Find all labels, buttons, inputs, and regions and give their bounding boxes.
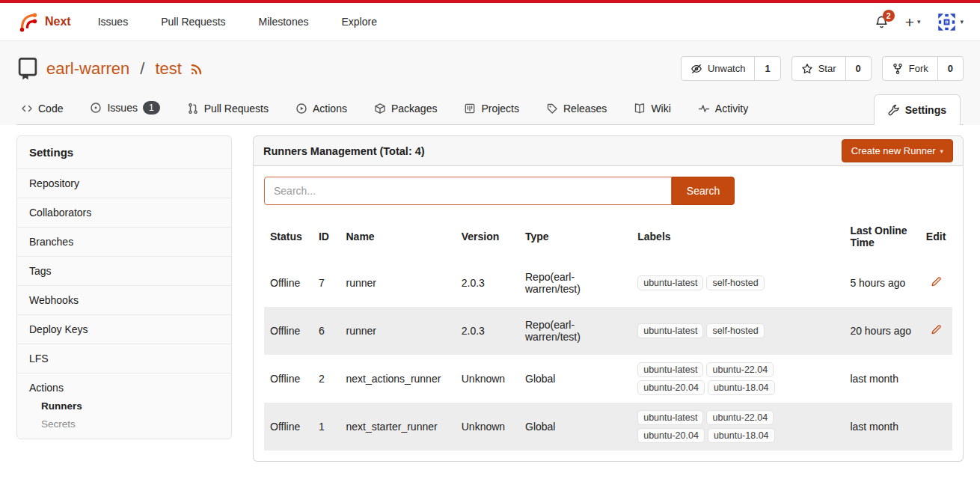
star-button-group: Star 0 [791, 56, 872, 81]
notifications-button[interactable]: 2 [875, 15, 889, 29]
edit-pencil-icon[interactable] [931, 324, 942, 335]
unwatch-button[interactable]: Unwatch [682, 57, 755, 80]
sidebar-item-runners[interactable]: Runners [29, 394, 219, 412]
notification-count-badge: 2 [883, 10, 895, 22]
label-chip: ubuntu-18.04 [708, 380, 775, 395]
sidebar-group-actions: Actions Runners Secrets [17, 373, 231, 439]
navbar: Next Issues Pull Requests Milestones Exp… [0, 3, 980, 41]
chevron-down-icon: ▾ [940, 147, 943, 155]
tab-pull-requests[interactable]: Pull Requests [186, 94, 270, 124]
tab-actions[interactable]: Actions [294, 94, 349, 124]
runners-panel: Runners Management (Total: 4) Create new… [253, 135, 964, 462]
search-input[interactable] [264, 177, 672, 205]
create-new-runner-button[interactable]: Create new Runner ▾ [842, 139, 953, 162]
package-icon [374, 103, 386, 115]
sidebar-item-deploy-keys[interactable]: Deploy Keys [17, 314, 231, 344]
tab-label: Pull Requests [204, 103, 269, 115]
eye-slash-icon [690, 63, 702, 75]
forks-count[interactable]: 0 [937, 57, 963, 80]
runner-id: 7 [313, 259, 340, 307]
sidebar-item-tags[interactable]: Tags [17, 256, 231, 285]
create-new-runner-label: Create new Runner [851, 145, 936, 156]
edit-pencil-icon[interactable] [931, 276, 942, 287]
tab-settings[interactable]: Settings [874, 94, 961, 125]
watch-button-group: Unwatch 1 [681, 56, 781, 81]
star-button[interactable]: Star [792, 57, 845, 80]
runner-status: Offline [264, 259, 313, 307]
nav-milestones[interactable]: Milestones [259, 16, 309, 28]
col-id: ID [313, 214, 340, 259]
nav-issues[interactable]: Issues [98, 16, 128, 28]
watchers-count[interactable]: 1 [754, 57, 780, 80]
runner-labels: ubuntu-latest self-hosted [637, 322, 791, 340]
sidebar-item-secrets[interactable]: Secrets [29, 412, 219, 430]
sidebar-item-actions[interactable]: Actions [29, 382, 219, 394]
table-row: Offline 6 runner 2.0.3 Repo(earl-warren/… [264, 307, 952, 355]
tab-releases[interactable]: Releases [545, 94, 608, 124]
col-labels: Labels [631, 214, 844, 259]
tab-wiki[interactable]: Wiki [632, 94, 672, 124]
label-chip: self-hosted [706, 323, 764, 338]
pulse-icon [698, 103, 710, 115]
nav-explore[interactable]: Explore [341, 16, 376, 28]
tab-label: Issues [107, 102, 137, 114]
fork-icon [892, 63, 904, 75]
sidebar-item-lfs[interactable]: LFS [17, 344, 231, 373]
table-row: Offline 2 next_actions_runner Unknown Gl… [264, 355, 952, 403]
col-type: Type [519, 214, 631, 259]
label-chip: ubuntu-22.04 [706, 362, 774, 377]
repo-header-section: earl-warren / test [0, 41, 980, 125]
sidebar-item-collaborators[interactable]: Collaborators [17, 198, 231, 227]
label-chip: ubuntu-latest [637, 275, 703, 290]
home-logo-link[interactable]: Next [16, 10, 71, 33]
star-icon [801, 63, 813, 75]
runner-type: Global [519, 403, 631, 451]
unwatch-label: Unwatch [708, 63, 746, 74]
table-row: Offline 1 next_starter_runner Unknown Gl… [264, 403, 952, 451]
runner-name: next_actions_runner [340, 355, 455, 403]
brand-name: Next [45, 15, 71, 28]
repo-name-link[interactable]: test [155, 59, 181, 79]
runner-name: runner [340, 259, 455, 307]
tab-projects[interactable]: Projects [462, 94, 521, 124]
plus-icon: + [905, 14, 914, 30]
label-chip: ubuntu-latest [637, 323, 703, 338]
fork-button[interactable]: Fork [883, 57, 937, 80]
runner-version: 2.0.3 [456, 307, 519, 355]
runner-type: Global [519, 355, 631, 403]
runners-table: Status ID Name Version Type Labels Last … [264, 214, 952, 451]
col-edit: Edit [920, 214, 952, 259]
runner-version: Unknown [456, 403, 519, 451]
col-last-online: Last Online Time [844, 214, 919, 259]
issues-count-badge: 1 [143, 101, 160, 115]
sidebar-item-repository[interactable]: Repository [17, 168, 231, 198]
pull-request-icon [187, 103, 199, 115]
sidebar-item-webhooks[interactable]: Webhooks [17, 285, 231, 314]
search-button[interactable]: Search [672, 177, 735, 205]
label-chip: self-hosted [706, 275, 764, 290]
fork-label: Fork [909, 63, 928, 74]
repo-owner-link[interactable]: earl-warren [46, 59, 129, 79]
repo-path-separator: / [140, 59, 144, 79]
code-icon [21, 103, 33, 115]
tab-label: Wiki [651, 103, 670, 115]
stars-count[interactable]: 0 [845, 57, 871, 80]
runner-status: Offline [264, 307, 313, 355]
rss-feed-icon[interactable] [189, 61, 204, 76]
label-chip: ubuntu-latest [637, 410, 703, 425]
tab-code[interactable]: Code [19, 94, 64, 124]
primary-nav: Issues Pull Requests Milestones Explore [98, 16, 377, 28]
create-new-dropdown[interactable]: + ▾ [905, 14, 921, 30]
runner-status: Offline [264, 355, 313, 403]
wrench-icon [888, 104, 900, 116]
tab-issues[interactable]: Issues 1 [88, 93, 161, 124]
avatar [937, 12, 957, 32]
tab-packages[interactable]: Packages [373, 94, 438, 124]
repo-book-icon [16, 57, 39, 81]
runner-id: 1 [313, 403, 340, 451]
nav-pull-requests[interactable]: Pull Requests [161, 16, 225, 28]
user-menu-dropdown[interactable]: ▾ [937, 12, 964, 32]
sidebar-item-branches[interactable]: Branches [17, 227, 231, 256]
tab-label: Settings [905, 104, 946, 116]
tab-activity[interactable]: Activity [696, 94, 750, 124]
